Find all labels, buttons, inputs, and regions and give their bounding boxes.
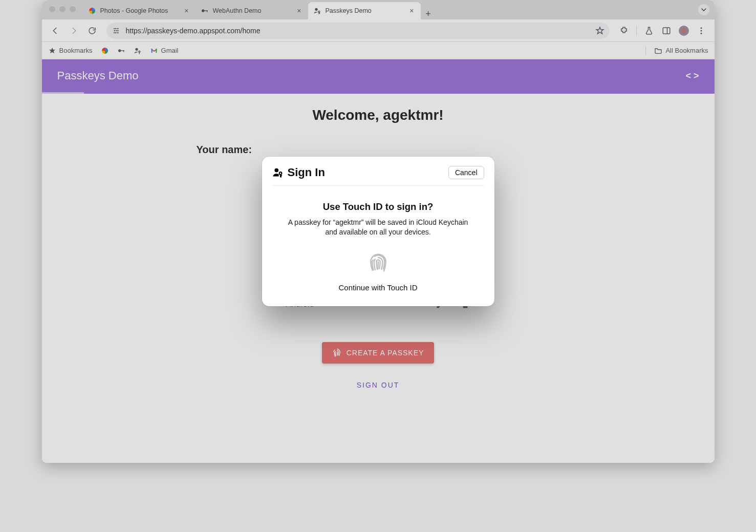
google-photos-icon: [88, 7, 96, 15]
tab-webauthn[interactable]: WebAuthn Demo ×: [196, 2, 308, 19]
key-icon: [201, 7, 209, 15]
all-bookmarks[interactable]: All Bookmarks: [654, 47, 708, 55]
profile-avatar[interactable]: [676, 23, 692, 39]
app-title: Passkeys Demo: [57, 69, 139, 82]
svg-point-6: [117, 28, 119, 29]
code-toggle-button[interactable]: < >: [685, 71, 699, 81]
bookmark-key[interactable]: [117, 47, 125, 55]
tab-title: Passkeys Demo: [326, 7, 404, 14]
tab-strip: Photos - Google Photos × WebAuthn Demo ×…: [42, 0, 715, 19]
site-settings-icon[interactable]: [112, 26, 121, 35]
svg-rect-7: [115, 30, 119, 31]
svg-rect-5: [113, 28, 117, 29]
extensions-icon[interactable]: [616, 23, 632, 39]
svg-point-22: [279, 172, 282, 175]
modal-header: Sign In Cancel: [272, 166, 484, 186]
app-header: Passkeys Demo < >: [42, 59, 715, 92]
zoom-window-icon[interactable]: [70, 6, 76, 12]
bookmark-photos[interactable]: [101, 47, 109, 55]
tab-close-icon[interactable]: ×: [295, 7, 303, 15]
person-key-icon: [313, 7, 321, 15]
svg-rect-11: [663, 28, 670, 34]
labs-icon[interactable]: [641, 23, 657, 39]
fingerprint-icon: [332, 348, 341, 357]
svg-point-0: [202, 9, 204, 12]
window-controls[interactable]: [49, 6, 76, 12]
gmail-icon: [150, 47, 158, 55]
signin-modal: Sign In Cancel Use Touch ID to sign in? …: [262, 157, 494, 306]
tab-passkeys[interactable]: Passkeys Demo ×: [308, 2, 421, 19]
forward-button[interactable]: [66, 23, 82, 39]
svg-point-16: [118, 49, 121, 52]
browser-window: Photos - Google Photos × WebAuthn Demo ×…: [42, 0, 715, 463]
bookmark-gmail[interactable]: Gmail: [150, 47, 179, 55]
tab-overflow-button[interactable]: [698, 4, 709, 15]
tab-title: WebAuthn Demo: [213, 7, 292, 14]
new-tab-button[interactable]: +: [421, 9, 436, 19]
svg-point-21: [274, 168, 278, 173]
modal-description: A passkey for “agektmr” will be saved in…: [287, 218, 470, 237]
your-name-label: Your name:: [197, 144, 563, 156]
svg-rect-18: [123, 50, 124, 52]
svg-point-8: [114, 30, 115, 31]
tab-close-icon[interactable]: ×: [408, 7, 415, 15]
address-bar[interactable]: https://passkeys-demo.appspot.com/home: [106, 23, 610, 39]
person-key-icon: [134, 47, 142, 55]
back-button[interactable]: [47, 23, 63, 39]
svg-point-4: [318, 11, 319, 12]
modal-body: Use Touch ID to sign in? A passkey for “…: [272, 186, 484, 292]
svg-point-10: [117, 32, 119, 33]
svg-point-3: [315, 8, 317, 11]
person-key-icon: [272, 167, 284, 178]
close-window-icon[interactable]: [49, 6, 55, 12]
key-icon: [117, 47, 125, 55]
tab-close-icon[interactable]: ×: [183, 7, 190, 15]
bookmarks-bar: Bookmarks Gmail: [42, 42, 715, 59]
all-bookmarks-text: All Bookmarks: [665, 47, 708, 54]
minimize-window-icon[interactable]: [59, 6, 66, 12]
bookmarks-label[interactable]: Bookmarks: [48, 47, 93, 55]
tab-photos[interactable]: Photos - Google Photos ×: [83, 2, 196, 19]
sign-out-button[interactable]: SIGN OUT: [357, 381, 400, 389]
svg-point-13: [700, 27, 702, 29]
touch-id-icon[interactable]: [367, 251, 390, 274]
toolbar-right: [616, 23, 709, 39]
gmail-text: Gmail: [161, 47, 179, 54]
svg-rect-2: [207, 10, 207, 12]
svg-point-14: [700, 30, 702, 31]
side-panel-icon[interactable]: [658, 23, 675, 39]
welcome-heading: Welcome, agektmr!: [194, 107, 563, 123]
cancel-button[interactable]: Cancel: [448, 166, 484, 179]
svg-point-20: [138, 51, 140, 52]
google-photos-icon: [101, 47, 109, 55]
star-filled-icon: [48, 47, 56, 55]
create-passkey-button[interactable]: CREATE A PASSKEY: [322, 342, 435, 364]
bookmark-star-icon[interactable]: [595, 26, 604, 35]
reload-button[interactable]: [84, 23, 100, 39]
modal-title-text: Sign In: [288, 166, 325, 179]
tab-title: Photos - Google Photos: [100, 7, 179, 14]
create-passkey-label: CREATE A PASSKEY: [347, 349, 424, 357]
bookmarks-text: Bookmarks: [59, 47, 93, 54]
bookmark-person-key[interactable]: [134, 47, 142, 55]
svg-point-15: [700, 32, 702, 34]
svg-rect-9: [113, 32, 117, 33]
toolbar: https://passkeys-demo.appspot.com/home: [42, 19, 715, 42]
menu-button[interactable]: [693, 23, 709, 39]
continue-with-touch-id: Continue with Touch ID: [272, 283, 484, 292]
url-text: https://passkeys-demo.appspot.com/home: [126, 27, 590, 35]
folder-icon: [654, 47, 662, 55]
modal-question: Use Touch ID to sign in?: [272, 201, 484, 212]
loading-indicator: [42, 92, 715, 94]
svg-point-19: [135, 48, 138, 50]
